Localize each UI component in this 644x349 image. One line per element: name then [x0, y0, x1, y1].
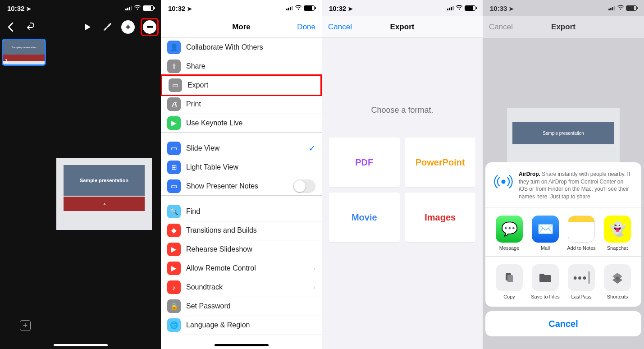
print-icon: 🖨: [167, 97, 181, 111]
share-sheet: AirDrop. Share instantly with people nea…: [485, 159, 641, 349]
battery-icon: [626, 5, 637, 11]
play-icon[interactable]: [82, 21, 93, 33]
label-export: Export: [187, 81, 208, 89]
keynote-live-icon: ▶: [167, 116, 181, 130]
share-app-notes[interactable]: Add to Notes: [566, 216, 597, 251]
export-icon: ▭: [169, 78, 182, 92]
slide-canvas[interactable]: Sample presentation iA: [56, 158, 152, 230]
row-remote[interactable]: ▶Allow Remote Control›: [161, 259, 322, 278]
svg-rect-2: [507, 275, 513, 282]
battery-icon: [465, 5, 475, 11]
chevron-right-icon: ›: [313, 284, 315, 291]
label-sound: Soundtrack: [186, 283, 223, 291]
row-soundtrack[interactable]: ♪Soundtrack›: [161, 278, 322, 297]
label-live: Use Keynote Live: [186, 119, 242, 127]
preview-title: Sample presentation: [512, 122, 614, 144]
airdrop-row[interactable]: AirDrop. Share instantly with people nea…: [491, 168, 636, 203]
action-shortcuts[interactable]: Shortcuts: [602, 264, 633, 299]
location-icon: ➤: [26, 5, 31, 12]
undo-icon[interactable]: [24, 21, 36, 33]
status-time: 10:32: [329, 5, 346, 12]
nav-title: Export: [390, 23, 415, 32]
add-button[interactable]: +: [121, 20, 135, 34]
home-indicator: [54, 344, 108, 346]
slide-thumbnail-1[interactable]: Sample presentation 1: [2, 39, 46, 66]
status-time: 10:32: [168, 5, 185, 12]
row-password[interactable]: 🔒Set Password: [161, 297, 322, 316]
presenter-notes-toggle[interactable]: [293, 179, 315, 193]
done-button[interactable]: Done: [297, 23, 315, 32]
action-save-files[interactable]: Save to Files: [530, 264, 561, 299]
row-share[interactable]: ⇧Share: [161, 57, 322, 76]
back-icon[interactable]: [5, 21, 16, 33]
lock-icon: 🔒: [167, 299, 181, 313]
music-icon: ♪: [167, 280, 181, 294]
row-light-table[interactable]: ⊞Light Table View: [161, 158, 322, 177]
signal-icon: [125, 6, 132, 10]
row-print[interactable]: 🖨Print: [161, 95, 322, 114]
location-icon: ➤: [509, 5, 514, 12]
label-share: Share: [186, 62, 206, 70]
canvas-title: Sample presentation: [64, 165, 145, 196]
row-transitions[interactable]: ◆Transitions and Builds: [161, 221, 322, 240]
thumb-bottom: [3, 55, 45, 61]
status-bar: 10:32➤: [0, 0, 161, 16]
location-icon: ➤: [187, 5, 192, 12]
more-button[interactable]: •••: [143, 20, 156, 34]
signal-icon: [286, 6, 293, 10]
row-keynote-live[interactable]: ▶Use Keynote Live: [161, 114, 322, 133]
notes-icon: [568, 216, 595, 243]
action-copy[interactable]: Copy: [493, 264, 525, 299]
format-pdf[interactable]: PDF: [329, 138, 400, 187]
prompt-text: Choose a format.: [322, 106, 483, 115]
share-app-mail[interactable]: ✉️Mail: [530, 216, 561, 251]
share-cancel-button[interactable]: Cancel: [485, 311, 641, 336]
mail-icon: ✉️: [532, 216, 559, 243]
copy-icon: [496, 264, 523, 291]
search-icon: 🔍: [167, 205, 181, 218]
person-icon: 👤: [167, 41, 181, 54]
label-find: Find: [186, 207, 200, 216]
light-table-icon: ⊞: [167, 161, 181, 174]
format-powerpoint[interactable]: PowerPoint: [405, 138, 476, 187]
share-app-snapchat[interactable]: 👻Snapchat: [602, 216, 633, 251]
check-icon: ✓: [309, 143, 315, 153]
format-movie[interactable]: Movie: [329, 193, 400, 242]
battery-icon: [304, 5, 315, 11]
label-notes: Show Presenter Notes: [186, 182, 258, 190]
row-slide-view[interactable]: ▭Slide View✓: [161, 139, 322, 158]
share-apps-row: 💬Message ✉️Mail Add to Notes 👻Snapchat: [491, 211, 636, 253]
canvas-sub: iA: [64, 197, 145, 211]
add-slide-button[interactable]: +: [20, 320, 31, 331]
status-bar: 10:32➤: [161, 0, 322, 16]
lastpass-icon: •••: [568, 264, 595, 291]
status-bar: 10:32➤: [322, 0, 483, 16]
home-indicator: [215, 344, 269, 346]
svg-point-0: [501, 179, 505, 184]
nav-title: More: [232, 23, 251, 32]
status-right: [286, 5, 315, 12]
row-presenter-notes[interactable]: ▭Show Presenter Notes: [161, 177, 322, 196]
cancel-button: Cancel: [489, 23, 513, 32]
cancel-button[interactable]: Cancel: [328, 23, 352, 32]
row-language[interactable]: 🌐Language & Region: [161, 316, 322, 335]
row-rehearse[interactable]: ▶Rehearse Slideshow: [161, 240, 322, 259]
transitions-icon: ◆: [167, 224, 181, 237]
share-app-message[interactable]: 💬Message: [493, 216, 525, 251]
label-pwd: Set Password: [186, 302, 231, 310]
editor-toolbar: + •••: [0, 16, 161, 38]
thumb-title: Sample presentation: [3, 40, 45, 55]
brush-icon[interactable]: [101, 21, 113, 33]
row-export[interactable]: ▭Export: [162, 76, 320, 95]
signal-icon: [447, 6, 454, 10]
navbar: Cancel Export: [322, 16, 483, 38]
signal-icon: [608, 6, 615, 10]
row-collaborate[interactable]: 👤Collaborate With Others: [161, 38, 322, 57]
action-lastpass[interactable]: •••LastPass: [566, 264, 597, 299]
snapchat-icon: 👻: [604, 216, 631, 243]
format-images[interactable]: Images: [405, 193, 476, 242]
share-actions-row: Copy Save to Files •••LastPass Shortcuts: [491, 260, 636, 301]
presenter-notes-icon: ▭: [167, 179, 181, 193]
row-find[interactable]: 🔍Find: [161, 202, 322, 221]
wifi-icon: [134, 5, 141, 12]
